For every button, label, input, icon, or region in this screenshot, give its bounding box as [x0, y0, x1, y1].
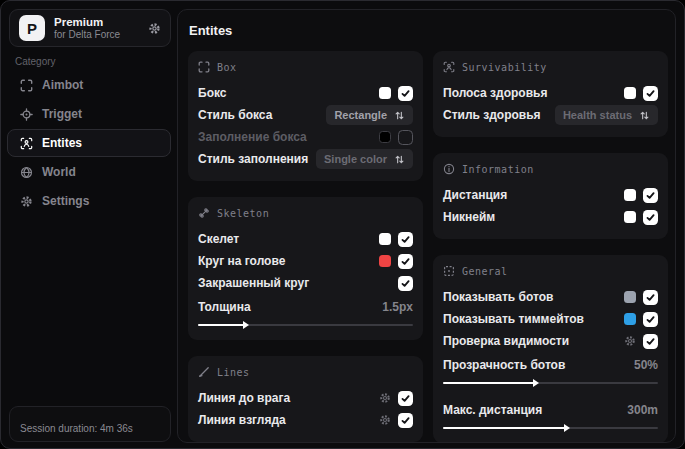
panel-header: Box	[198, 61, 413, 73]
setting-row: Стиль заполненияSingle color	[198, 148, 413, 170]
setting-label: Дистанция	[443, 188, 507, 202]
gear-icon[interactable]	[624, 335, 636, 347]
setting-row: Макс. дистанция300m	[443, 399, 658, 421]
checkbox[interactable]	[398, 254, 413, 269]
setting-row: Показывать ботов	[443, 286, 658, 308]
color-swatch[interactable]	[379, 131, 391, 143]
panel-title: Box	[217, 62, 237, 73]
setting-value: 300m	[627, 403, 658, 417]
slider[interactable]	[443, 423, 658, 432]
panel-header: Lines	[198, 366, 413, 378]
brand-card: P Premium for Delta Force	[9, 9, 171, 47]
line-icon	[198, 366, 210, 378]
gear-icon[interactable]	[148, 22, 161, 35]
color-swatch[interactable]	[624, 87, 636, 99]
setting-row: Показывать тиммейтов	[443, 308, 658, 330]
slider-thumb[interactable]	[243, 321, 249, 329]
crop-frame-icon	[20, 79, 33, 92]
sidebar-item-label: World	[42, 165, 76, 179]
slider-fill	[443, 427, 566, 429]
row-controls	[379, 86, 413, 101]
slider-setting: Макс. дистанция300m	[443, 399, 658, 432]
color-swatch[interactable]	[624, 189, 636, 201]
row-controls	[624, 86, 658, 101]
setting-label: Показывать ботов	[443, 290, 553, 304]
color-swatch[interactable]	[379, 233, 391, 245]
checkbox[interactable]	[398, 391, 413, 406]
color-swatch[interactable]	[624, 211, 636, 223]
dropdown-select[interactable]: Health status	[555, 105, 658, 125]
checkbox[interactable]	[643, 86, 658, 101]
crosshair-icon	[20, 108, 33, 121]
gear-icon[interactable]	[379, 414, 391, 426]
swap-vertical-icon	[639, 110, 650, 121]
setting-value: 1.5px	[382, 300, 413, 314]
row-controls	[624, 290, 658, 305]
dropdown-value: Rectangle	[334, 109, 387, 121]
grid-icon	[443, 265, 455, 277]
checkbox[interactable]	[643, 334, 658, 349]
sidebar-item-world[interactable]: World	[7, 158, 171, 186]
swap-vertical-icon	[394, 110, 405, 121]
brand-title: Premium	[54, 16, 139, 29]
sidebar-item-trigget[interactable]: Trigget	[7, 100, 171, 128]
sidebar-item-aimbot[interactable]: Aimbot	[7, 71, 171, 99]
setting-row: Дистанция	[443, 184, 658, 206]
gear-icon[interactable]	[379, 392, 391, 404]
setting-label: Стиль здоровья	[443, 108, 541, 122]
bone-icon	[198, 207, 210, 219]
checkbox[interactable]	[398, 413, 413, 428]
color-swatch[interactable]	[624, 291, 636, 303]
setting-label: Линия до врага	[198, 391, 290, 405]
checkbox[interactable]	[643, 188, 658, 203]
panel-information: InformationДистанцияНикнейм	[433, 153, 668, 239]
setting-label: Полоса здоровья	[443, 86, 547, 100]
dropdown-select[interactable]: Single color	[316, 149, 413, 169]
brand-subtitle: for Delta Force	[54, 29, 139, 41]
slider-setting: Прозрачность ботов50%	[443, 354, 658, 387]
dropdown-select[interactable]: Rectangle	[326, 105, 413, 125]
setting-label: Бокс	[198, 86, 226, 100]
brand-text: Premium for Delta Force	[54, 16, 139, 41]
swap-vertical-icon	[394, 154, 405, 165]
panel-title: Lines	[217, 367, 250, 378]
row-controls	[379, 254, 413, 269]
person-scan-icon	[20, 137, 33, 150]
panel-skeleton: SkeletonСкелетКруг на головеЗакрашенный …	[188, 197, 423, 340]
color-swatch[interactable]	[624, 313, 636, 325]
checkbox[interactable]	[398, 86, 413, 101]
sidebar-item-entites[interactable]: Entites	[7, 129, 171, 157]
row-controls	[379, 413, 413, 428]
dropdown-value: Health status	[563, 109, 632, 121]
sidebar-item-settings[interactable]: Settings	[7, 187, 171, 215]
slider-fill	[198, 324, 245, 326]
page-title: Entites	[189, 23, 665, 38]
slider[interactable]	[443, 378, 658, 387]
checkbox[interactable]	[398, 130, 413, 145]
panel-header: Information	[443, 163, 658, 175]
row-controls	[624, 334, 658, 349]
checkbox[interactable]	[398, 232, 413, 247]
setting-label: Прозрачность ботов	[443, 358, 565, 372]
crop-frame-icon	[198, 61, 210, 73]
color-swatch[interactable]	[379, 87, 391, 99]
checkbox[interactable]	[643, 290, 658, 305]
slider-thumb[interactable]	[533, 379, 539, 387]
setting-row: Заполнение бокса	[198, 126, 413, 148]
slider[interactable]	[198, 320, 413, 329]
setting-row: Прозрачность ботов50%	[443, 354, 658, 376]
slider-thumb[interactable]	[564, 424, 570, 432]
checkbox[interactable]	[643, 210, 658, 225]
setting-row: Полоса здоровья	[443, 82, 658, 104]
setting-label: Скелет	[198, 232, 239, 246]
info-icon	[443, 163, 455, 175]
sidebar-item-label: Aimbot	[42, 78, 83, 92]
slider-setting: Толщина1.5px	[198, 296, 413, 329]
panel-box: BoxБоксСтиль боксаRectangleЗаполнение бо…	[188, 51, 423, 181]
color-swatch[interactable]	[379, 255, 391, 267]
session-duration: Session duration: 4m 36s	[20, 423, 133, 434]
checkbox[interactable]	[643, 312, 658, 327]
sidebar-nav: AimbotTriggetEntitesWorldSettings	[7, 71, 171, 216]
checkbox[interactable]	[398, 276, 413, 291]
row-controls	[624, 312, 658, 327]
